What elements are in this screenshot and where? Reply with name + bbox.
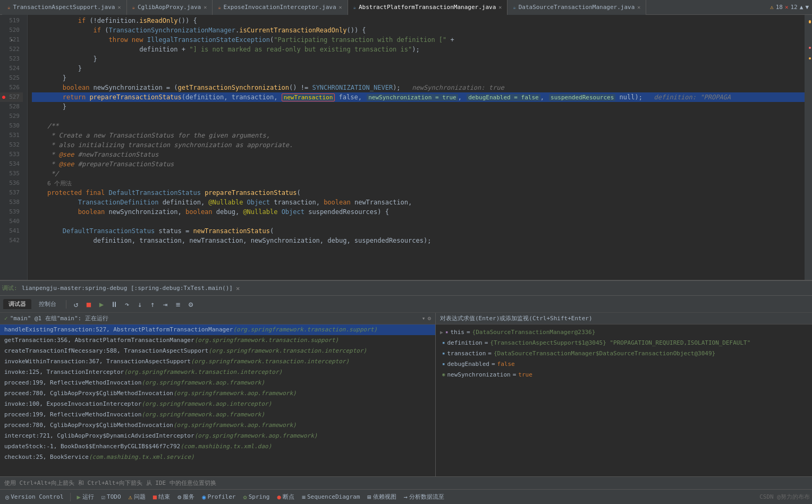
var-name-debugEnabled: debugEnabled	[447, 361, 489, 368]
debug-frames-list: handleExistingTransaction:527, AbstractP…	[0, 324, 435, 476]
frame-1[interactable]: getTransaction:356, AbstractPlatformTran…	[0, 335, 435, 346]
settings-icon[interactable]: ⚙	[427, 315, 431, 322]
frame-2[interactable]: createTransactionIfNecessary:588, Transa…	[0, 346, 435, 356]
btn-services-label: 服务	[183, 493, 194, 501]
frame-7[interactable]: invoke:100, ExposeInvocationInterceptor …	[0, 399, 435, 409]
frame-class-2: createTransactionIfNecessary:588, Transa…	[4, 346, 208, 356]
debug-session-close[interactable]: ✕	[236, 285, 240, 292]
debug-tab-bar: 调试: lianpengju-master:spring-debug [:spr…	[0, 281, 812, 296]
frame-5[interactable]: proceed:199, ReflectiveMethodInvocation …	[0, 378, 435, 388]
tab-close[interactable]: ✕	[637, 4, 640, 10]
var-value-tx: {DataSourceTransactionManager$DataSource…	[494, 350, 715, 357]
btn-version-label: Version Control	[11, 493, 63, 500]
btn-settings[interactable]: ⚙	[185, 299, 196, 310]
tab-abstract-platform[interactable]: ☕ AbstractPlatformTransactionManager.jav…	[348, 0, 508, 15]
btn-pause[interactable]: ⏸	[109, 299, 120, 310]
filter-icon[interactable]: ▾	[422, 315, 426, 322]
btn-dataflow[interactable]: → 分析数据流至	[401, 492, 447, 502]
frame-8[interactable]: proceed:199, ReflectiveMethodInvocation …	[0, 409, 435, 420]
btn-services[interactable]: ⚙ 服务	[174, 492, 198, 502]
line-531: 531	[0, 131, 23, 140]
btn-version-control[interactable]: ◎ Version Control	[2, 492, 67, 502]
warning-count: 18	[776, 4, 783, 11]
deps-icon: ⊞	[367, 493, 371, 501]
debug-label: 调试:	[2, 284, 18, 292]
code-line-533: * @see #newTransactionStatus	[32, 150, 805, 159]
code-line-524: }	[32, 64, 805, 73]
java-icon: ☕	[218, 5, 221, 10]
btn-rerun[interactable]: ↺	[71, 299, 81, 310]
code-line-528: }	[32, 102, 805, 112]
btn-end-label: 结束	[158, 493, 170, 501]
frame-3[interactable]: invokeWithinTransaction:367, Transaction…	[0, 356, 435, 367]
expand-arrow-this: ▶	[440, 329, 443, 335]
var-newSynchronization[interactable]: ◉ newSynchronization = true	[436, 369, 812, 380]
code-line-522: definition + "] is not marked as read-on…	[32, 45, 805, 54]
tab-expose[interactable]: ☕ ExposeInvocationInterceptor.java ✕	[213, 0, 348, 15]
var-equals: =	[513, 371, 517, 378]
dataflow-icon: →	[404, 493, 408, 501]
line-533: 533	[0, 150, 23, 159]
line-540: 540	[0, 217, 23, 226]
tab-close[interactable]: ✕	[204, 4, 207, 10]
btn-sequence[interactable]: ≡ SequenceDiagram	[299, 492, 363, 502]
btn-stop[interactable]: ■	[83, 299, 94, 310]
btn-step-out[interactable]: ↑	[147, 299, 158, 310]
tab-label: TransactionAspectSupport.java	[13, 4, 115, 11]
frame-class-9: proceed:780, CglibAopProxy$CglibMethodIn…	[4, 420, 173, 431]
btn-spring[interactable]: ✿ Spring	[240, 492, 273, 502]
line-numbers: 519 520 521▸ 522 523 524 525 526 527 528…	[0, 15, 28, 280]
btn-profiler[interactable]: ◉ Profiler	[199, 492, 239, 502]
frame-6[interactable]: proceed:780, CglibAopProxy$CglibMethodIn…	[0, 388, 435, 399]
tab-close[interactable]: ✕	[339, 4, 342, 10]
scroll-error-1	[809, 47, 811, 49]
code-line-529	[32, 112, 805, 121]
var-value-this: {DataSourceTransactionManager@2336}	[472, 329, 596, 336]
frame-11[interactable]: updateStock:-1, BookDao$$EnhancerByCGLIB…	[0, 441, 435, 452]
btn-run[interactable]: ▶ 运行	[74, 492, 97, 502]
problems-icon: ⚠	[129, 493, 132, 501]
frame-pkg-7: (org.springframework.aop.interceptor)	[141, 399, 272, 409]
btn-sequence-label: SequenceDiagram	[307, 493, 360, 500]
frame-class-3: invokeWithinTransaction:367, Transaction…	[4, 356, 191, 367]
debug-tab-debugger[interactable]: 调试器	[3, 299, 31, 309]
tab-transaction-aspect[interactable]: ☕ TransactionAspectSupport.java ✕	[2, 0, 127, 15]
btn-resume[interactable]: ▶	[96, 299, 107, 310]
scroll-down-icon[interactable]: ▼	[805, 4, 809, 11]
frame-0[interactable]: handleExistingTransaction:527, AbstractP…	[0, 324, 435, 335]
var-transaction[interactable]: ▪ transaction = {DataSourceTransactionMa…	[436, 348, 812, 358]
btn-todo[interactable]: ☑ TODO	[98, 492, 124, 502]
btn-problems[interactable]: ⚠ 问题	[125, 492, 149, 502]
frame-pkg-3: (org.springframework.transaction.interce…	[191, 356, 349, 367]
bottom-toolbar: ◎ Version Control ▶ 运行 ☑ TODO ⚠ 问题 ■ 结束 …	[0, 489, 812, 504]
debug-variables-list: ▶ ▪ this = {DataSourceTransactionManager…	[436, 324, 812, 476]
scroll-up-icon[interactable]: ▲	[800, 4, 803, 11]
var-this[interactable]: ▶ ▪ this = {DataSourceTransactionManager…	[436, 327, 812, 337]
profiler-icon: ◉	[202, 493, 206, 501]
tab-datasource[interactable]: ☕ DataSourceTransactionManager.java ✕	[508, 0, 646, 15]
btn-end[interactable]: ■ 结束	[150, 492, 173, 502]
code-line-539: boolean newSynchronization, boolean debu…	[32, 207, 805, 217]
btn-frames[interactable]: ≡	[173, 299, 183, 310]
scrollbar[interactable]	[805, 15, 812, 280]
var-debugEnabled[interactable]: ▪ debugEnabled = false	[436, 358, 812, 369]
frame-pkg-0: (org.springframework.transaction.support…	[233, 324, 377, 335]
var-definition[interactable]: ▪ definition = {TransactionAspectSupport…	[436, 337, 812, 348]
scroll-error-2	[809, 57, 811, 59]
btn-step-over[interactable]: ↷	[122, 299, 132, 310]
line-529: 529	[0, 112, 23, 121]
tab-close[interactable]: ✕	[117, 4, 121, 10]
tab-cglib[interactable]: ☕ CglibAopProxy.java ✕	[127, 0, 213, 15]
frame-9[interactable]: proceed:780, CglibAopProxy$CglibMethodIn…	[0, 420, 435, 431]
frame-4[interactable]: invoke:125, TransactionInterceptor (org.…	[0, 367, 435, 378]
line-521: 521▸	[0, 35, 23, 45]
frame-12[interactable]: checkout:25, BookService (com.mashibing.…	[0, 452, 435, 463]
btn-step-into[interactable]: ↓	[134, 299, 145, 310]
frame-10[interactable]: intercept:721, CglibAopProxy$DynamicAdvi…	[0, 431, 435, 441]
debug-tab-console[interactable]: 控制台	[33, 299, 62, 309]
btn-deps[interactable]: ⊞ 依赖视图	[364, 492, 399, 502]
tab-close[interactable]: ✕	[498, 4, 502, 10]
btn-breakpoints[interactable]: ● 断点	[274, 492, 297, 502]
btn-run-to-cursor[interactable]: ⇥	[160, 299, 171, 310]
watermark: CSDN @努力的布布	[759, 493, 810, 501]
